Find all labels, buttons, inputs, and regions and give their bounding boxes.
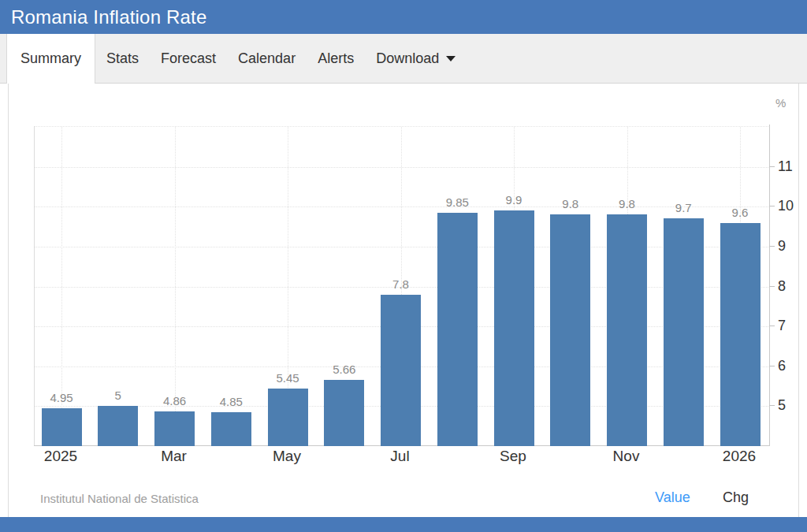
- bar-value-label: 9.8: [602, 197, 653, 210]
- gridline-h: [35, 167, 770, 168]
- y-axis-label: 9: [778, 238, 801, 254]
- chg-toggle[interactable]: Chg: [723, 489, 749, 506]
- tab-label: Forecast: [161, 50, 216, 67]
- bar-value-label: 4.95: [36, 391, 87, 404]
- y-axis-line: [769, 125, 770, 445]
- y-axis-tick: [769, 405, 775, 406]
- bar-value-label: 4.86: [150, 394, 200, 407]
- y-axis-label: 8: [778, 278, 801, 294]
- bar-value-label: 7.8: [376, 277, 426, 291]
- bottom-bar: [0, 517, 807, 532]
- tab-forecast[interactable]: Forecast: [150, 34, 227, 83]
- chevron-down-icon: [446, 56, 456, 61]
- page: Romania Inflation Rate SummaryStatsForec…: [0, 0, 807, 532]
- chart-plot-area: 4.9554.864.855.455.667.89.859.99.89.89.7…: [34, 126, 770, 446]
- x-axis-label: Sep: [478, 448, 549, 465]
- chart-bar[interactable]: [268, 389, 308, 446]
- y-axis-label: 11: [778, 158, 801, 174]
- chart-bar[interactable]: [720, 223, 761, 447]
- tab-bar: SummaryStatsForecastCalendarAlertsDownlo…: [0, 34, 807, 84]
- x-axis-label: Jul: [365, 448, 436, 465]
- y-axis-tick: [769, 246, 775, 247]
- y-axis-label: 5: [778, 397, 801, 413]
- tab-label: Stats: [106, 50, 139, 67]
- y-axis-label: 6: [778, 358, 801, 374]
- tab-stats[interactable]: Stats: [95, 34, 150, 83]
- bar-value-label: 9.9: [489, 193, 539, 206]
- tab-download[interactable]: Download: [365, 34, 467, 83]
- y-axis-tick: [769, 206, 775, 206]
- chart-bar[interactable]: [211, 412, 251, 446]
- x-axis-label: May: [251, 448, 322, 465]
- bar-value-label: 5: [93, 389, 143, 402]
- x-axis-label: 2026: [704, 448, 775, 465]
- chart-bar[interactable]: [664, 218, 704, 446]
- y-axis-unit: %: [775, 96, 786, 110]
- tab-label: Alerts: [318, 50, 354, 67]
- tab-summary[interactable]: Summary: [6, 34, 95, 84]
- chart-bar[interactable]: [381, 295, 421, 446]
- bar-value-label: 5.45: [262, 371, 313, 385]
- chart-bar[interactable]: [494, 210, 534, 446]
- bar-value-label: 9.8: [545, 197, 596, 210]
- bar-value-label: 9.6: [715, 206, 765, 219]
- gridline-h: [35, 247, 770, 247]
- bar-value-label: 9.7: [658, 201, 708, 214]
- chart-bar[interactable]: [324, 380, 364, 446]
- chart-bar[interactable]: [607, 214, 647, 446]
- y-axis-tick: [769, 166, 775, 167]
- chart-bar[interactable]: [98, 406, 138, 446]
- chart-bar[interactable]: [550, 214, 590, 446]
- chart-bar[interactable]: [42, 408, 82, 446]
- widget-header: Romania Inflation Rate: [0, 0, 807, 34]
- tab-label: Calendar: [238, 50, 296, 67]
- bar-value-label: 4.85: [206, 395, 256, 408]
- y-axis-tick: [769, 366, 775, 366]
- x-axis-label: 2025: [25, 448, 96, 465]
- source-attribution: Institutul National de Statistica: [40, 492, 199, 505]
- y-axis-tick: [769, 286, 775, 287]
- tab-label: Download: [376, 50, 439, 67]
- y-axis-tick: [769, 326, 775, 326]
- tab-label: Summary: [20, 50, 81, 67]
- bar-value-label: 9.85: [432, 195, 482, 209]
- chart-bar[interactable]: [154, 411, 195, 446]
- y-axis-label: 7: [778, 318, 801, 333]
- y-axis-label: 10: [778, 198, 801, 214]
- tab-alerts[interactable]: Alerts: [307, 34, 365, 83]
- x-axis-label: Nov: [591, 448, 662, 465]
- bar-value-label: 5.66: [319, 363, 370, 376]
- x-axis-label: Mar: [139, 448, 210, 465]
- chart-card: % 4.9554.864.855.455.667.89.859.99.89.89…: [8, 84, 799, 517]
- chart-bar[interactable]: [437, 213, 478, 446]
- value-toggle[interactable]: Value: [655, 489, 690, 506]
- page-title: Romania Inflation Rate: [11, 0, 207, 34]
- tab-calendar[interactable]: Calendar: [227, 34, 307, 83]
